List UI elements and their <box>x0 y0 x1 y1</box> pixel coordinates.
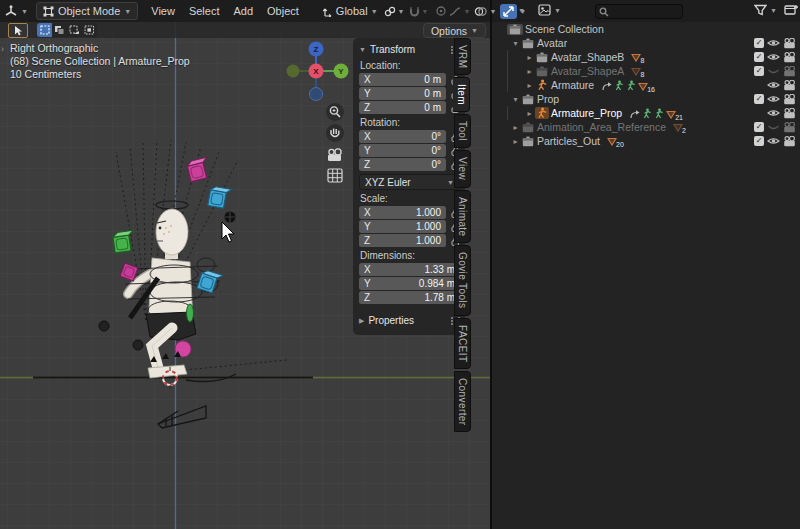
gizmo-neg-y-ball[interactable] <box>287 65 300 78</box>
scale-y-field[interactable]: Y1.000 <box>359 220 446 233</box>
eye-icon[interactable] <box>767 80 780 90</box>
exclude-checkbox[interactable]: ✓ <box>754 38 764 48</box>
scale-z-field[interactable]: Z1.000 <box>359 234 446 247</box>
rotation-mode-dropdown[interactable]: XYZ Euler▼ <box>359 174 460 190</box>
mode-select-button[interactable]: Object Mode ▼ <box>36 2 138 20</box>
disclosure-closed-icon[interactable]: ▸ <box>524 81 535 90</box>
camera-render-icon[interactable] <box>783 94 796 105</box>
camera-toggle[interactable] <box>783 66 796 77</box>
exclude-checkbox[interactable]: ✓ <box>754 94 764 104</box>
outliner-item-label[interactable]: Particles_Out <box>537 135 600 147</box>
outliner-item-label[interactable]: Avatar_ShapeB <box>551 51 624 63</box>
select-extend-button[interactable] <box>52 23 67 37</box>
eye-toggle[interactable] <box>767 108 780 118</box>
outliner-item-label[interactable]: Armature_Prop <box>551 107 622 119</box>
rotation-x-field[interactable]: X0° <box>359 130 446 143</box>
scale-x-field[interactable]: X1.000 <box>359 206 446 219</box>
proportional-editing-toggle[interactable]: ▼ <box>433 5 472 17</box>
outliner-row-armature[interactable]: ▸Armature16 <box>492 78 800 92</box>
outliner-search-box[interactable] <box>595 4 683 19</box>
camera-render-icon[interactable] <box>783 108 796 119</box>
eye-toggle[interactable] <box>767 136 780 146</box>
eye-closed-toggle[interactable] <box>767 122 780 132</box>
menu-object[interactable]: Object <box>260 5 306 17</box>
rotation-y-field[interactable]: Y0° <box>359 144 446 157</box>
exclude-checkbox[interactable]: ✓ <box>754 136 764 146</box>
eye-toggle[interactable] <box>767 94 780 104</box>
panel-tab-govie-tools[interactable]: Govie Tools <box>454 245 471 315</box>
eye-icon[interactable] <box>767 52 780 62</box>
menu-select[interactable]: Select <box>182 5 227 17</box>
panel-tab-item[interactable]: Item <box>453 77 470 112</box>
panel-tab-converter[interactable]: Converter <box>454 371 471 433</box>
show-gizmo-toggle[interactable]: ▼ <box>498 4 528 19</box>
outliner-item-label[interactable]: Scene Collection <box>525 23 604 35</box>
eye-closed-icon[interactable] <box>767 122 780 132</box>
disclosure-closed-icon[interactable]: ▸ <box>524 109 535 118</box>
panel-tab-tool[interactable]: Tool <box>454 114 471 148</box>
eye-toggle[interactable] <box>767 38 780 48</box>
camera-render-icon[interactable] <box>783 80 796 91</box>
outliner-item-label[interactable]: Avatar_ShapeA <box>551 65 624 77</box>
outliner-item-label[interactable]: Animation_Area_Reference <box>537 121 666 133</box>
snap-target-button[interactable]: ▼ <box>382 6 407 17</box>
new-collection-button[interactable] <box>784 3 799 19</box>
camera-render-icon[interactable] <box>783 136 796 147</box>
eye-toggle[interactable] <box>767 52 780 62</box>
show-overlays-button[interactable]: ▼ <box>472 6 498 17</box>
menu-view[interactable]: View <box>144 5 182 17</box>
camera-render-icon[interactable] <box>783 52 796 63</box>
camera-render-icon[interactable] <box>783 122 796 133</box>
gizmo-neg-z-ball[interactable] <box>310 88 323 101</box>
active-tool-tweak-button[interactable] <box>8 23 28 38</box>
eye-closed-icon[interactable] <box>767 66 780 76</box>
transform-panel-header[interactable]: ▼ Transform <box>359 42 460 57</box>
eye-icon[interactable] <box>767 94 780 104</box>
rotation-z-field[interactable]: Z0° <box>359 158 446 171</box>
outliner-row-particles_out[interactable]: ▸Particles_Out20✓ <box>492 134 800 148</box>
select-intersect-button[interactable] <box>82 23 97 37</box>
editor-type-button[interactable]: ▼ <box>0 5 32 17</box>
select-box-new-button[interactable] <box>37 23 52 37</box>
location-x-field[interactable]: X0 m <box>359 73 446 86</box>
exclude-checkbox[interactable]: ✓ <box>754 122 764 132</box>
camera-toggle[interactable] <box>783 122 796 133</box>
camera-toggle[interactable] <box>783 94 796 105</box>
zoom-button[interactable] <box>326 103 344 121</box>
menu-add[interactable]: Add <box>226 5 260 17</box>
panel-tab-animate[interactable]: Animate <box>454 190 471 244</box>
outliner-row-prop[interactable]: ▾Prop✓ <box>492 92 800 106</box>
disclosure-open-icon[interactable]: ▾ <box>510 95 521 104</box>
disclosure-open-icon[interactable]: ▾ <box>510 39 521 48</box>
exclude-checkbox[interactable]: ✓ <box>754 66 764 76</box>
outliner-row-animation_area_reference[interactable]: ▸Animation_Area_Reference2✓ <box>492 120 800 134</box>
exclude-checkbox[interactable]: ✓ <box>754 52 764 62</box>
camera-render-icon[interactable] <box>783 38 796 49</box>
camera-toggle[interactable] <box>783 108 796 119</box>
snap-magnet-toggle[interactable]: ▼ <box>407 6 431 17</box>
pan-hand-button[interactable] <box>326 124 344 142</box>
eye-icon[interactable] <box>767 38 780 48</box>
disclosure-closed-icon[interactable]: ▸ <box>524 67 535 76</box>
properties-panel-header[interactable]: ▶ Properties <box>359 313 460 328</box>
disclosure-closed-icon[interactable]: ▸ <box>510 123 521 132</box>
outliner-item-label[interactable]: Avatar <box>537 37 567 49</box>
location-z-field[interactable]: Z0 m <box>359 101 446 114</box>
eye-icon[interactable] <box>767 108 780 118</box>
camera-toggle[interactable] <box>783 80 796 91</box>
eye-toggle[interactable] <box>767 80 780 90</box>
outliner-row-avatar_shapeb[interactable]: ▸Avatar_ShapeB8✓ <box>492 50 800 64</box>
select-subtract-button[interactable] <box>67 23 82 37</box>
outliner-row-avatar[interactable]: ▾Avatar✓ <box>492 36 800 50</box>
outliner-display-mode-button[interactable]: ▼ <box>534 4 565 16</box>
outliner-row-avatar_shapea[interactable]: ▸Avatar_ShapeA8✓ <box>492 64 800 78</box>
outliner-item-label[interactable]: Prop <box>537 93 559 105</box>
transform-orientation-button[interactable]: Global ▼ <box>318 5 382 17</box>
panel-tab-view[interactable]: View <box>454 150 471 187</box>
eye-closed-toggle[interactable] <box>767 66 780 76</box>
toolbar-toggle-arrow[interactable]: › <box>1 44 4 54</box>
camera-toggle[interactable] <box>783 38 796 49</box>
disclosure-closed-icon[interactable]: ▸ <box>524 53 535 62</box>
options-button[interactable]: Options ▼ <box>423 23 486 38</box>
location-y-field[interactable]: Y0 m <box>359 87 446 100</box>
